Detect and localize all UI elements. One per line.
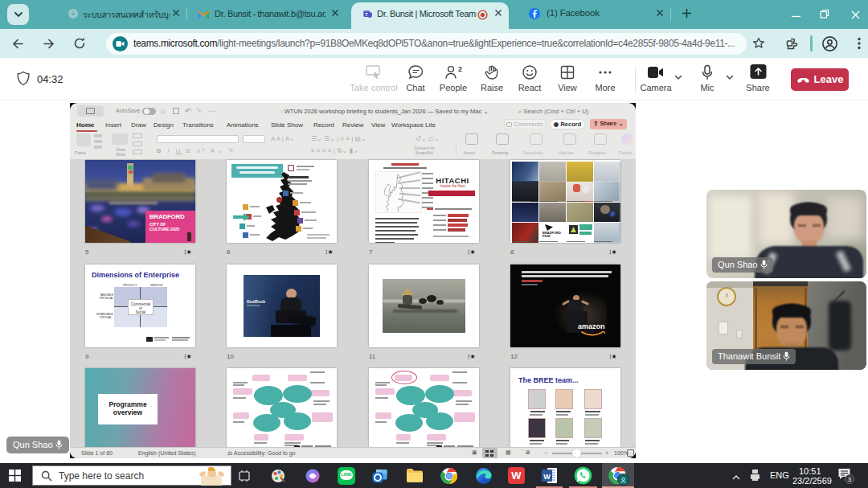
svg-text:W: W [543, 473, 551, 481]
svg-text:2: 2 [458, 65, 462, 73]
